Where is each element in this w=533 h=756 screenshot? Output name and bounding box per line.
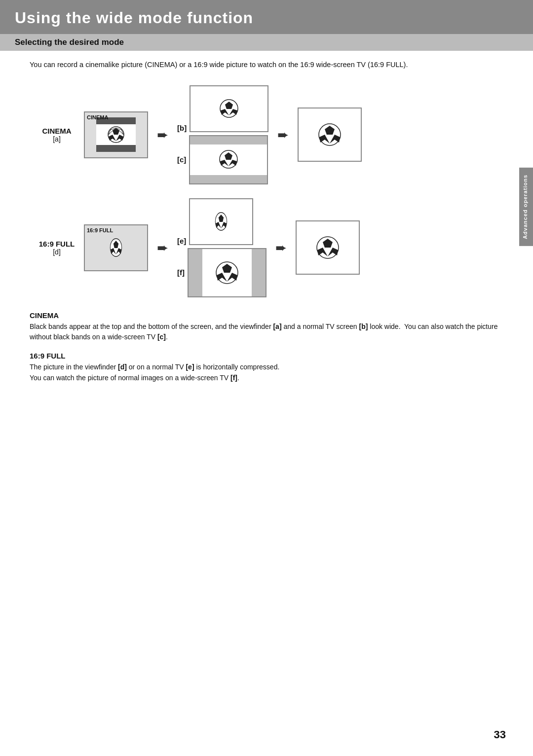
screen-e [189, 198, 253, 245]
arrow-cinema-2: ➨ [277, 127, 289, 143]
label-f: [f] [177, 268, 185, 277]
cinema-bracket: [a] [30, 135, 84, 143]
soccer-ball-e [207, 206, 236, 238]
page-title: Using the wide mode function [15, 9, 518, 27]
screen-f-inner [202, 249, 252, 296]
label-c: [c] [177, 155, 186, 164]
screen-b [190, 85, 268, 132]
screen-cinema-final [298, 108, 362, 162]
screen-d: 16:9 FULL [84, 224, 148, 271]
full169-bracket: [d] [30, 248, 84, 256]
cinema-label: CINEMA [30, 127, 84, 135]
soccer-ball-a [96, 117, 136, 152]
screen-a: CINEMA [84, 111, 148, 158]
screen-169-final [296, 220, 360, 275]
section-title: Selecting the desired mode [15, 37, 518, 47]
ef-group: [e] [f] [177, 198, 266, 297]
full169-diagram-row: 16:9 FULL [d] 16:9 FULL ➨ [e] [30, 198, 503, 297]
page-header: Using the wide mode function [0, 0, 533, 34]
e-label-row: [e] [177, 198, 253, 245]
sidebar-tab: Advanced operations [519, 168, 533, 246]
soccer-ball-169-final [307, 228, 349, 267]
svg-rect-2 [96, 145, 136, 152]
cinema-desc-text: Black bands appear at the top and the bo… [30, 322, 503, 343]
soccer-ball-f [205, 253, 249, 292]
bc-group: [b] [c] [177, 85, 268, 184]
soccer-ball-c [206, 146, 251, 173]
screen-f [188, 248, 266, 297]
cinema-mode-label: CINEMA [a] [30, 127, 84, 143]
cinema-diagram-row: CINEMA [a] CINEMA ➨ [30, 85, 503, 184]
screen-c-inner [190, 144, 267, 175]
intro-text: You can record a cinemalike picture (CIN… [30, 60, 503, 71]
cinema-inside-label: CINEMA [87, 114, 108, 120]
cinema-description: CINEMA Black bands appear at the top and… [30, 311, 503, 343]
full169-description: 16:9 FULL The picture in the viewfinder … [30, 352, 503, 383]
soccer-ball-d [103, 230, 129, 265]
soccer-ball-cinema-final [309, 115, 351, 154]
c-label-row: [c] [177, 135, 268, 184]
full169-desc-text: The picture in the viewfinder [d] or on … [30, 362, 503, 383]
arrow-cinema: ➨ [157, 127, 168, 143]
b-label-row: [b] [177, 85, 268, 132]
full169-mode-label: 16:9 FULL [d] [30, 240, 84, 256]
screen-c [189, 135, 268, 184]
full169-label: 16:9 FULL [30, 240, 84, 248]
cinema-desc-title: CINEMA [30, 311, 503, 320]
main-content: You can record a cinemalike picture (CIN… [0, 60, 533, 384]
f-label-row: [f] [177, 248, 266, 297]
full169-desc-title: 16:9 FULL [30, 352, 503, 360]
arrow-169-2: ➨ [275, 240, 287, 256]
label-e: [e] [177, 237, 186, 245]
soccer-ball-b [207, 93, 251, 125]
label-b: [b] [177, 124, 187, 132]
arrow-169: ➨ [157, 240, 168, 256]
section-header: Selecting the desired mode [0, 34, 533, 51]
page-number: 33 [494, 728, 506, 741]
